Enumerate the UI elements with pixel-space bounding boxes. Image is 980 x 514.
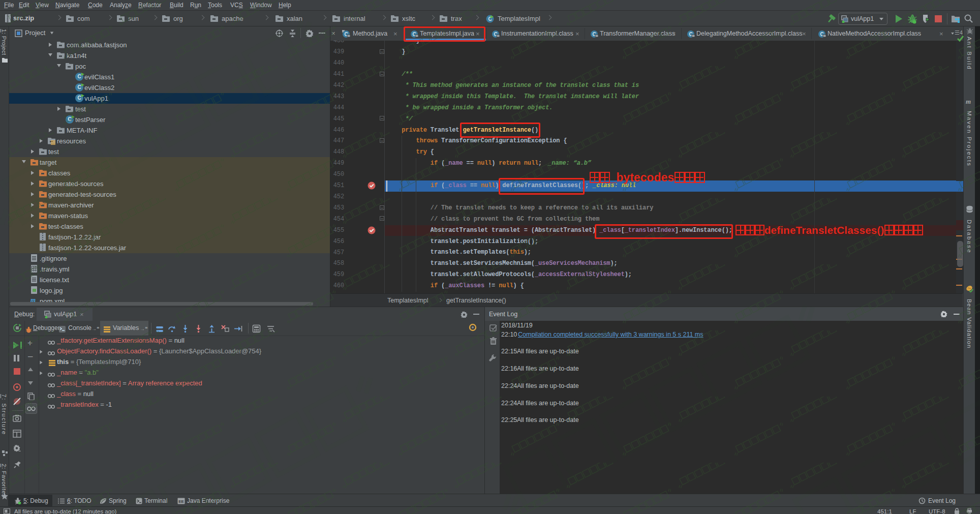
svg-text:EE: EE <box>178 499 184 504</box>
